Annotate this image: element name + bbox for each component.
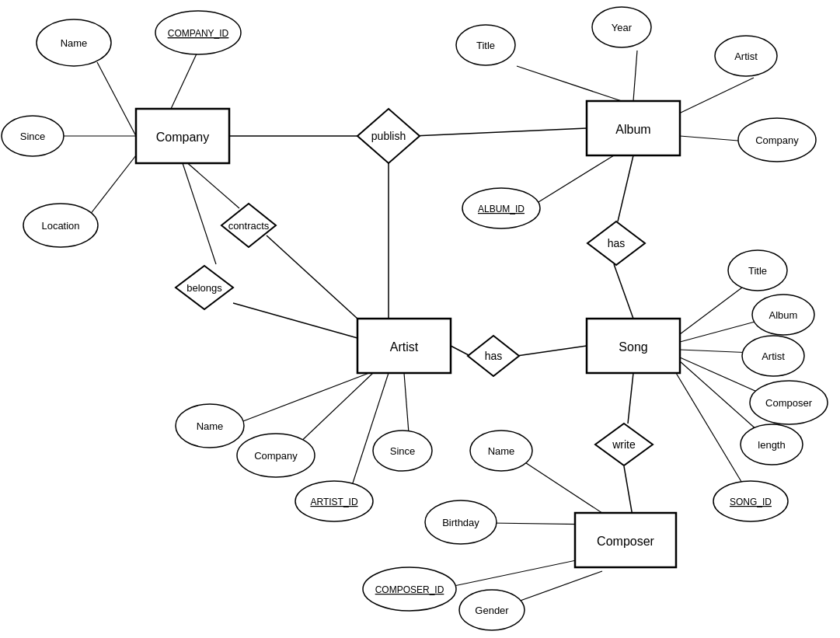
svg-line-16 bbox=[233, 303, 357, 338]
song-album-attr: Album bbox=[769, 309, 798, 321]
artist-id-attr: ARTIST_ID bbox=[310, 497, 357, 507]
svg-line-19 bbox=[295, 373, 373, 447]
song-composer-attr: Composer bbox=[765, 397, 813, 409]
since-company-attr: Since bbox=[20, 131, 46, 142]
svg-line-15 bbox=[183, 163, 216, 264]
svg-line-30 bbox=[628, 373, 633, 424]
album-artist-attr: Artist bbox=[734, 51, 758, 62]
artist-name-attr: Name bbox=[197, 420, 224, 432]
song-artist-attr: Artist bbox=[762, 350, 785, 362]
svg-line-18 bbox=[237, 373, 369, 424]
composer-birthday-attr: Birthday bbox=[442, 517, 479, 528]
album-company-attr: Company bbox=[755, 134, 799, 146]
contracts-label: contracts bbox=[228, 220, 270, 232]
album-id-attr: ALBUM_ID bbox=[478, 204, 525, 214]
svg-line-32 bbox=[517, 457, 614, 521]
write-label: write bbox=[612, 438, 636, 451]
song-title-attr: Title bbox=[748, 265, 767, 277]
svg-line-1 bbox=[171, 51, 198, 109]
composer-id-attr: COMPOSER_ID bbox=[375, 584, 444, 595]
composer-label: Composer bbox=[597, 535, 654, 548]
album-title-attr: Title bbox=[476, 40, 495, 51]
composer-gender-attr: Gender bbox=[475, 605, 509, 616]
composer-name-attr: Name bbox=[488, 445, 515, 457]
svg-line-23 bbox=[517, 346, 587, 356]
artist-label: Artist bbox=[390, 340, 419, 354]
svg-line-14 bbox=[267, 235, 357, 319]
publish-label: publish bbox=[371, 130, 406, 142]
svg-line-0 bbox=[97, 62, 136, 136]
song-length-attr: length bbox=[758, 439, 785, 451]
album-label: Album bbox=[615, 123, 650, 136]
has-artist-song-label: has bbox=[485, 350, 503, 362]
belongs-label: belongs bbox=[186, 282, 222, 294]
song-id-attr: SONG_ID bbox=[730, 497, 772, 507]
svg-line-10 bbox=[528, 155, 614, 208]
company-label: Company bbox=[156, 131, 209, 144]
er-diagram: Company Album Artist Song Composer publi… bbox=[0, 0, 840, 638]
album-year-attr: Year bbox=[612, 22, 633, 33]
svg-line-12 bbox=[614, 264, 633, 319]
location-attr: Location bbox=[41, 220, 79, 232]
svg-line-6 bbox=[633, 51, 637, 101]
svg-line-22 bbox=[451, 346, 470, 356]
has-album-song-label: has bbox=[608, 237, 626, 249]
svg-line-11 bbox=[618, 155, 633, 221]
artist-since-attr: Since bbox=[390, 445, 416, 457]
company-id-attr: COMPANY_ID bbox=[168, 28, 229, 39]
song-label: Song bbox=[619, 340, 647, 354]
company-name-attr: Name bbox=[61, 37, 88, 49]
artist-company-attr: Company bbox=[254, 450, 298, 462]
svg-line-20 bbox=[348, 373, 389, 497]
svg-line-7 bbox=[517, 66, 622, 101]
svg-line-5 bbox=[413, 128, 587, 136]
